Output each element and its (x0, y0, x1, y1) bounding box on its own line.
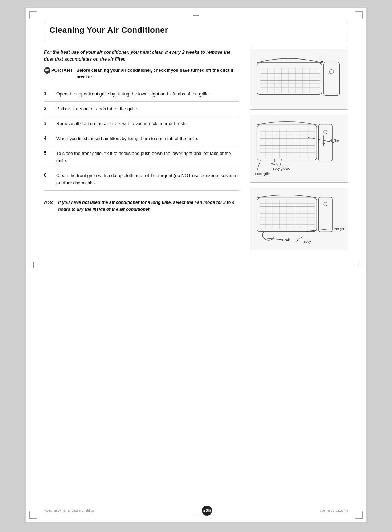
left-column: For the best use of your air conditioner… (44, 49, 243, 250)
important-notice: IM PORTANT Before cleaning your air cond… (44, 67, 239, 80)
step-4: 4 When you finish, insert air filters by… (44, 131, 239, 146)
step-6: 6 Clean the front grille with a damp clo… (44, 168, 239, 191)
diagram-2: Body Body groove Front grille Air filter (250, 115, 348, 183)
page-number-badge: E25 (202, 506, 212, 516)
note-label: Note (44, 199, 53, 205)
svg-text:Body: Body (304, 240, 311, 244)
diagram-3-svg: Front grille Hook Body (253, 191, 345, 245)
svg-line-61 (295, 237, 302, 242)
page-title: Cleaning Your Air Conditioner (49, 25, 343, 35)
step-text-2: Pull air filters out of each tab of the … (56, 105, 138, 112)
svg-line-36 (257, 160, 261, 172)
content-area: For the best use of your air conditioner… (44, 49, 348, 250)
step-number-5: 5 (44, 150, 50, 156)
step-number-6: 6 (44, 172, 50, 178)
note-box: Note If you have not used the air condit… (44, 196, 239, 216)
step-text-1: Open the upper front grille by pulling t… (56, 90, 210, 98)
corner-mark-tl (29, 11, 37, 19)
svg-text:Hook: Hook (282, 238, 290, 242)
note-text: If you have not used the air conditioner… (58, 199, 239, 213)
important-badge: IM PORTANT (44, 67, 73, 74)
corner-mark-tr (355, 11, 363, 19)
svg-rect-14 (324, 62, 340, 95)
crosshair-left (31, 262, 37, 268)
important-text: Before cleaning your air conditioner, ch… (77, 67, 240, 80)
svg-point-15 (329, 69, 334, 74)
title-box: Cleaning Your Air Conditioner (44, 22, 348, 38)
important-circle-icon: IM (44, 67, 50, 74)
svg-line-35 (280, 160, 282, 167)
diagram-1 (250, 49, 348, 110)
crosshair-top (193, 13, 199, 19)
step-1: 1 Open the upper front grille by pulling… (44, 87, 239, 102)
diagram-3: Front grille Hook Body (250, 188, 348, 250)
step-text-5: To close the front grille, fix it to hoo… (56, 150, 239, 164)
right-column: Body Body groove Front grille Air filter (250, 49, 348, 250)
step-text-3: Remove all dust on the air filters with … (56, 120, 187, 127)
step-number-3: 3 (44, 120, 50, 126)
svg-text:Front grille: Front grille (255, 172, 270, 176)
svg-point-58 (324, 202, 327, 206)
step-text-4: When you finish, insert air filters by f… (56, 135, 198, 142)
svg-text:Front grille: Front grille (331, 227, 345, 231)
step-number-4: 4 (44, 135, 50, 141)
steps-list: 1 Open the upper front grille by pulling… (44, 87, 239, 191)
step-number-2: 2 (44, 106, 50, 111)
step-3: 3 Remove all dust on the air filters wit… (44, 116, 239, 131)
diagram-1-svg (253, 52, 345, 105)
crosshair-right (355, 262, 361, 268)
svg-rect-0 (257, 63, 322, 94)
intro-paragraph: For the best use of your air conditioner… (44, 49, 239, 63)
step-number-1: 1 (44, 91, 50, 96)
diagram-2-svg: Body Body groove Front grille Air filter (253, 118, 345, 178)
svg-text:Body: Body (271, 163, 278, 166)
svg-text:Body groove: Body groove (273, 167, 290, 171)
important-label: PORTANT (51, 68, 73, 73)
step-5: 5 To close the front grille, fix it to h… (44, 146, 239, 168)
footer-file: AQ30_36W_IB_E_28065A.indd 25 (44, 509, 94, 512)
footer-timestamp: 2007-6-27 13:29:48 (319, 509, 348, 512)
svg-point-32 (324, 130, 327, 134)
svg-line-60 (267, 238, 282, 240)
footer-e-label: E (203, 509, 205, 512)
svg-rect-31 (318, 124, 332, 161)
step-text-6: Clean the front grille with a damp cloth… (56, 172, 239, 187)
step-2: 2 Pull air filters out of each tab of th… (44, 102, 239, 116)
svg-text:Air filter: Air filter (329, 139, 340, 143)
page: Cleaning Your Air Conditioner For the be… (25, 7, 367, 523)
page-footer: AQ30_36W_IB_E_28065A.indd 25 E25 2007-6-… (26, 506, 366, 516)
footer-page-num: 25 (206, 508, 211, 513)
